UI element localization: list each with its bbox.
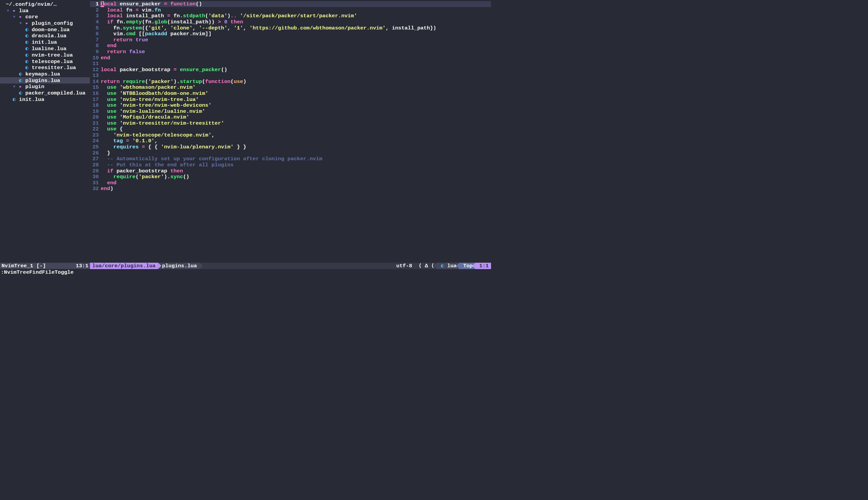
line-number: 15 [90,84,101,90]
line-number: 14 [90,79,101,85]
breadcrumb-path: lua/core/plugins.lua [90,263,158,269]
lua-file-icon: ◐ [25,46,29,52]
code-line[interactable]: 20 use 'Mofiqul/dracula.nvim' [90,114,491,120]
line-number: 9 [90,49,101,55]
neovim-app: ~/.config/nvim/‥ ▾ ▸ lua ▾ ▸ core ▾ ▸ pl… [0,0,491,276]
line-number: 22 [90,126,101,132]
command-line[interactable]: :NvimTreeFindFileToggle [0,269,491,276]
tree-folder[interactable]: ▾ ▸ core [0,14,90,20]
tree-file[interactable]: ◐ dracula.lua [0,33,90,39]
code-line[interactable]: 11 [90,61,491,67]
line-number: 2 [90,7,101,13]
tree-file[interactable]: ◐ keymaps.lua [0,71,90,77]
code-line[interactable]: 2 local fn = vim.fn [90,7,491,13]
code-line[interactable]: 18 use 'nvim-tree/nvim-web-devicons' [90,102,491,109]
line-number: 26 [90,150,101,156]
code-line[interactable]: 12local packer_bootstrap = ensure_packer… [90,67,491,73]
code-line[interactable]: 28 -- Put this at the end after all plug… [90,162,491,168]
tree-folder[interactable]: ▾ ▸ lua [0,8,90,14]
lua-file-icon: ◐ [19,77,22,83]
line-number: 21 [90,120,101,126]
code-line[interactable]: 27 -- Automatically set up your configur… [90,156,491,162]
code-line[interactable]: 30 require('packer').sync() [90,174,491,180]
tree-file[interactable]: ◐ nvim-tree.lua [0,52,90,58]
code-line[interactable]: 13 [90,72,491,79]
tree-file[interactable]: ◐ lualine.lua [0,45,90,52]
line-number: 1 [90,1,101,7]
folder-icon: ▸ [13,8,15,14]
line-number: 32 [90,186,101,192]
line-number: 8 [90,43,101,49]
code-line[interactable]: 15 use 'wbthomason/packer.nvim' [90,84,491,90]
code-line[interactable]: 16 use 'NTBBloodbath/doom-one.nvim' [90,90,491,96]
lua-file-icon: ◐ [25,58,29,64]
tree-file[interactable]: ◐ packer_compiled.lua [0,90,90,96]
tree-file[interactable]: ◐ plugins.lua [0,77,90,84]
folder-icon: ▸ [19,14,22,20]
code-line[interactable]: 5 fn.system({'git', 'clone', '--depth', … [90,25,491,31]
lua-file-icon: ◐ [25,65,29,71]
line-number: 19 [90,109,101,114]
code-line[interactable]: 9 return false [90,49,491,55]
tree-file[interactable]: ◐ doom-one.lua [0,26,90,33]
tree-folder[interactable]: ▾ ▸ plugin [0,84,90,90]
code-line[interactable]: 21 use 'nvim-treesitter/nvim-treesitter' [90,120,491,126]
line-number: 3 [90,13,101,19]
tree-buffer-name: NvimTree_1 [-] [2,263,46,269]
code-line[interactable]: 3 local install_path = fn.stdpath('data'… [90,13,491,19]
line-number: 5 [90,25,101,31]
code-line[interactable]: 19 use 'nvim-lualine/lualine.nvim' [90,109,491,114]
line-number: 4 [90,19,101,25]
code-line[interactable]: 25 requires = { { 'nvim-lua/plenary.nvim… [90,144,491,150]
code-line[interactable]: 23 'nvim-telescope/telescope.nvim', [90,132,491,138]
lua-file-icon: ◐ [25,52,29,58]
tree-file[interactable]: ◐ init.lua [0,96,90,103]
code-line[interactable]: 22 use { [90,126,491,132]
tree-file[interactable]: ◐ telescope.lua [0,58,90,65]
folder-icon: ▸ [25,20,29,26]
code-line[interactable]: 26 } [90,150,491,156]
line-number: 16 [90,90,101,96]
code-line[interactable]: 1local ensure_packer = function() [90,1,491,7]
lua-file-icon: ◐ [25,39,29,45]
code-line[interactable]: 31 end [90,180,491,186]
line-number: 18 [90,102,101,109]
status-pos: 1:1 [475,263,491,269]
line-number: 31 [90,180,101,186]
code-line[interactable]: 8 end [90,43,491,49]
line-number: 27 [90,156,101,162]
code-line[interactable]: 24 tag = '0.1.0', [90,138,491,144]
tree-root[interactable]: ~/.config/nvim/‥ [0,1,90,8]
code-line[interactable]: 17 use 'nvim-tree/nvim-tree.lua' [90,96,491,103]
code-line[interactable]: 4 if fn.empty(fn.glob(install_path)) > 0… [90,19,491,25]
lua-file-icon: ◐ [19,90,22,96]
line-number: 10 [90,55,101,61]
lua-file-icon: ◐ [25,27,29,33]
tree-folder[interactable]: ▾ ▸ plugin_config [0,20,90,27]
code-line[interactable]: 7 return true [90,37,491,43]
code-line[interactable]: 14return require('packer').startup(funct… [90,79,491,85]
lua-file-icon: ◐ [13,96,15,103]
status-encoding: utf-8 ⟨ ∆ ⟨ [393,263,437,269]
line-number: 30 [90,174,101,180]
status-line: NvimTree_1 [-] 13:1 lua/core/plugins.lua… [0,263,491,269]
line-number: 24 [90,138,101,144]
folder-icon: ▸ [19,84,22,90]
lua-icon: ◐ [441,263,444,269]
code-line[interactable]: 10end [90,55,491,61]
lua-file-icon: ◐ [25,33,29,39]
line-number: 13 [90,72,101,79]
tree-file[interactable]: ◐ treesitter.lua [0,64,90,71]
code-line[interactable]: 32end) [90,186,491,192]
breadcrumb-file: plugins.lua [158,263,200,269]
tree-file[interactable]: ◐ init.lua [0,39,90,46]
line-number: 25 [90,144,101,150]
code-editor[interactable]: 1local ensure_packer = function()2 local… [90,0,491,263]
code-line[interactable]: 6 vim.cmd [[packadd packer.nvim]] [90,31,491,37]
main-area: ~/.config/nvim/‥ ▾ ▸ lua ▾ ▸ core ▾ ▸ pl… [0,0,491,263]
tree-cursor-pos: 13:1 [76,263,88,269]
line-number: 23 [90,132,101,138]
file-tree[interactable]: ~/.config/nvim/‥ ▾ ▸ lua ▾ ▸ core ▾ ▸ pl… [0,0,90,263]
line-number: 11 [90,61,101,67]
code-line[interactable]: 29 if packer_bootstrap then [90,168,491,174]
